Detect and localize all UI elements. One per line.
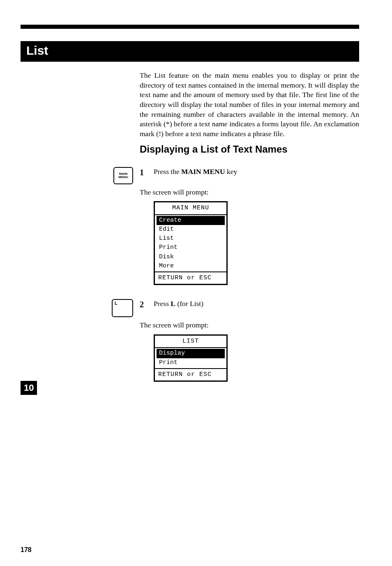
list-screen: LIST Display Print RETURN or ESC — [154, 334, 228, 382]
page-number: 178 — [21, 546, 32, 554]
step-2-prompt: The screen will prompt: — [140, 320, 359, 330]
step-2-number: 2 — [140, 299, 150, 317]
screen-title: LIST — [155, 336, 226, 348]
subsection-heading: Displaying a List of Text Names — [140, 143, 359, 156]
step-2-text: Press L (for List) — [154, 299, 359, 317]
step-1-prompt: The screen will prompt: — [140, 188, 359, 197]
menu-item-selected: Create — [157, 216, 225, 225]
screen-title: MAIN MENU — [155, 202, 226, 215]
menu-item: Print — [155, 358, 226, 367]
top-rule — [21, 25, 359, 29]
menu-item: List — [155, 234, 226, 243]
menu-item: Disk — [155, 253, 226, 262]
menu-item: Edit — [155, 225, 226, 234]
intro-paragraph: The List feature on the main menu enable… — [140, 71, 359, 139]
main-menu-screen: MAIN MENU Create Edit List Print Disk Mo… — [154, 201, 228, 285]
chapter-tab: 10 — [21, 381, 37, 395]
step-1-number: 1 — [140, 167, 150, 184]
menu-item-selected: Display — [157, 349, 225, 358]
section-title-bar: List — [21, 41, 359, 62]
screen-footer: RETURN or ESC — [155, 271, 226, 284]
screen-footer: RETURN or ESC — [155, 368, 226, 380]
menu-item: More — [155, 262, 226, 271]
menu-item: Print — [155, 243, 226, 252]
step-1-text: Press the MAIN MENU key — [154, 167, 359, 184]
